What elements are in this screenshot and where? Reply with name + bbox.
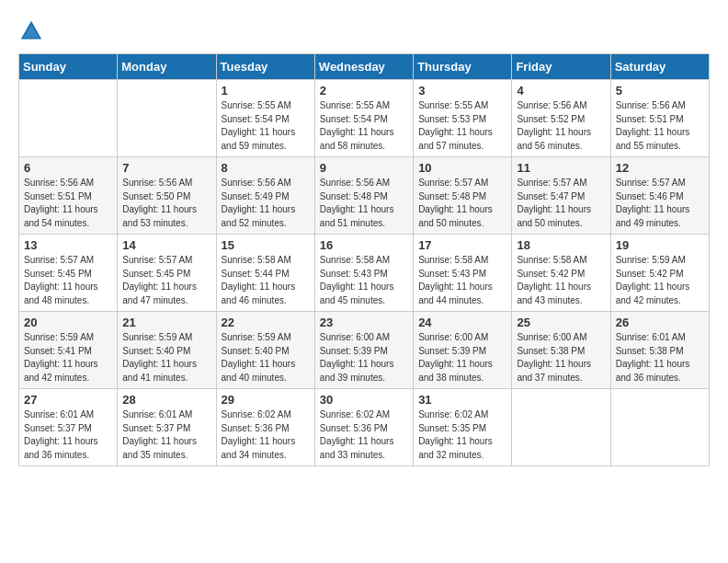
calendar-cell: 25Sunrise: 6:00 AM Sunset: 5:38 PM Dayli… (512, 312, 610, 389)
calendar-cell: 19Sunrise: 5:59 AM Sunset: 5:42 PM Dayli… (610, 235, 709, 312)
calendar-cell: 2Sunrise: 5:55 AM Sunset: 5:54 PM Daylig… (314, 80, 413, 157)
calendar-cell: 9Sunrise: 5:56 AM Sunset: 5:48 PM Daylig… (314, 157, 413, 235)
day-number: 2 (320, 84, 408, 98)
day-info: Sunrise: 5:57 AM Sunset: 5:45 PM Dayligh… (24, 254, 112, 307)
day-info: Sunrise: 5:59 AM Sunset: 5:40 PM Dayligh… (122, 331, 210, 385)
day-number: 5 (616, 84, 704, 98)
day-info: Sunrise: 6:00 AM Sunset: 5:39 PM Dayligh… (320, 331, 408, 385)
calendar-cell (610, 389, 709, 466)
day-number: 10 (418, 161, 506, 175)
calendar-cell (118, 80, 216, 157)
day-number: 28 (122, 393, 210, 407)
calendar-cell: 23Sunrise: 6:00 AM Sunset: 5:39 PM Dayli… (314, 312, 413, 389)
calendar-cell: 1Sunrise: 5:55 AM Sunset: 5:54 PM Daylig… (216, 80, 314, 157)
day-number: 26 (616, 316, 704, 329)
calendar-cell: 21Sunrise: 5:59 AM Sunset: 5:40 PM Dayli… (118, 312, 216, 389)
calendar-cell: 24Sunrise: 6:00 AM Sunset: 5:39 PM Dayli… (414, 312, 512, 389)
calendar-week-row: 27Sunrise: 6:01 AM Sunset: 5:37 PM Dayli… (19, 389, 710, 466)
day-info: Sunrise: 6:02 AM Sunset: 5:36 PM Dayligh… (320, 408, 408, 462)
calendar-cell: 3Sunrise: 5:55 AM Sunset: 5:53 PM Daylig… (414, 80, 512, 157)
calendar-cell: 26Sunrise: 6:01 AM Sunset: 5:38 PM Dayli… (610, 312, 709, 389)
calendar-cell: 10Sunrise: 5:57 AM Sunset: 5:48 PM Dayli… (414, 157, 512, 235)
weekday-header: Wednesday (314, 54, 413, 80)
day-number: 4 (517, 84, 605, 98)
day-info: Sunrise: 6:01 AM Sunset: 5:37 PM Dayligh… (24, 408, 112, 462)
logo (18, 18, 48, 44)
calendar-week-row: 6Sunrise: 5:56 AM Sunset: 5:51 PM Daylig… (19, 157, 710, 235)
day-info: Sunrise: 6:01 AM Sunset: 5:38 PM Dayligh… (616, 331, 704, 385)
calendar-cell: 11Sunrise: 5:57 AM Sunset: 5:47 PM Dayli… (512, 157, 610, 235)
calendar-cell: 4Sunrise: 5:56 AM Sunset: 5:52 PM Daylig… (512, 80, 610, 157)
day-info: Sunrise: 5:55 AM Sunset: 5:53 PM Dayligh… (418, 99, 506, 153)
day-info: Sunrise: 5:58 AM Sunset: 5:44 PM Dayligh… (222, 254, 310, 307)
day-info: Sunrise: 5:59 AM Sunset: 5:42 PM Dayligh… (616, 254, 704, 307)
day-number: 7 (122, 161, 210, 175)
day-number: 6 (24, 161, 112, 175)
calendar-cell: 30Sunrise: 6:02 AM Sunset: 5:36 PM Dayli… (314, 389, 413, 466)
day-number: 1 (222, 84, 310, 98)
day-info: Sunrise: 5:56 AM Sunset: 5:50 PM Dayligh… (122, 177, 210, 230)
day-number: 22 (222, 316, 310, 329)
calendar-week-row: 20Sunrise: 5:59 AM Sunset: 5:41 PM Dayli… (19, 312, 710, 389)
day-number: 13 (24, 238, 112, 252)
calendar-cell: 13Sunrise: 5:57 AM Sunset: 5:45 PM Dayli… (19, 235, 118, 312)
calendar-cell: 5Sunrise: 5:56 AM Sunset: 5:51 PM Daylig… (610, 80, 709, 157)
day-number: 15 (222, 238, 310, 252)
day-number: 29 (222, 393, 310, 407)
day-number: 11 (517, 161, 605, 175)
day-info: Sunrise: 5:59 AM Sunset: 5:41 PM Dayligh… (24, 331, 112, 385)
weekday-header: Tuesday (216, 54, 314, 80)
day-number: 31 (418, 393, 506, 407)
calendar-cell: 28Sunrise: 6:01 AM Sunset: 5:37 PM Dayli… (118, 389, 216, 466)
calendar-cell: 17Sunrise: 5:58 AM Sunset: 5:43 PM Dayli… (414, 235, 512, 312)
day-number: 3 (418, 84, 506, 98)
weekday-header-row: SundayMondayTuesdayWednesdayThursdayFrid… (19, 54, 710, 80)
day-number: 23 (320, 316, 408, 329)
day-info: Sunrise: 5:58 AM Sunset: 5:43 PM Dayligh… (418, 254, 506, 307)
weekday-header: Saturday (610, 54, 709, 80)
day-number: 19 (616, 238, 704, 252)
day-info: Sunrise: 5:57 AM Sunset: 5:47 PM Dayligh… (517, 177, 605, 230)
calendar-cell: 14Sunrise: 5:57 AM Sunset: 5:45 PM Dayli… (118, 235, 216, 312)
calendar-cell (19, 80, 118, 157)
weekday-header: Monday (118, 54, 216, 80)
day-info: Sunrise: 5:56 AM Sunset: 5:51 PM Dayligh… (616, 99, 704, 153)
calendar-cell: 7Sunrise: 5:56 AM Sunset: 5:50 PM Daylig… (118, 157, 216, 235)
calendar-cell: 8Sunrise: 5:56 AM Sunset: 5:49 PM Daylig… (216, 157, 314, 235)
day-number: 17 (418, 238, 506, 252)
day-info: Sunrise: 5:59 AM Sunset: 5:40 PM Dayligh… (222, 331, 310, 385)
day-number: 8 (222, 161, 310, 175)
day-info: Sunrise: 5:56 AM Sunset: 5:48 PM Dayligh… (320, 177, 408, 230)
weekday-header: Friday (512, 54, 610, 80)
day-info: Sunrise: 5:58 AM Sunset: 5:42 PM Dayligh… (517, 254, 605, 307)
day-info: Sunrise: 6:02 AM Sunset: 5:35 PM Dayligh… (418, 408, 506, 462)
day-number: 24 (418, 316, 506, 329)
calendar-cell: 31Sunrise: 6:02 AM Sunset: 5:35 PM Dayli… (414, 389, 512, 466)
day-number: 14 (122, 238, 210, 252)
calendar-table: SundayMondayTuesdayWednesdayThursdayFrid… (18, 53, 710, 466)
calendar-cell: 15Sunrise: 5:58 AM Sunset: 5:44 PM Dayli… (216, 235, 314, 312)
day-number: 9 (320, 161, 408, 175)
day-number: 21 (122, 316, 210, 329)
calendar-cell: 16Sunrise: 5:58 AM Sunset: 5:43 PM Dayli… (314, 235, 413, 312)
day-info: Sunrise: 6:02 AM Sunset: 5:36 PM Dayligh… (222, 408, 310, 462)
day-number: 27 (24, 393, 112, 407)
calendar-cell (512, 389, 610, 466)
day-number: 25 (517, 316, 605, 329)
day-info: Sunrise: 5:55 AM Sunset: 5:54 PM Dayligh… (320, 99, 408, 153)
day-number: 18 (517, 238, 605, 252)
logo-icon (18, 18, 44, 44)
calendar-week-row: 1Sunrise: 5:55 AM Sunset: 5:54 PM Daylig… (19, 80, 710, 157)
weekday-header: Sunday (19, 54, 118, 80)
calendar-cell: 27Sunrise: 6:01 AM Sunset: 5:37 PM Dayli… (19, 389, 118, 466)
day-info: Sunrise: 5:56 AM Sunset: 5:51 PM Dayligh… (24, 177, 112, 230)
day-info: Sunrise: 6:01 AM Sunset: 5:37 PM Dayligh… (122, 408, 210, 462)
calendar-cell: 22Sunrise: 5:59 AM Sunset: 5:40 PM Dayli… (216, 312, 314, 389)
day-info: Sunrise: 5:57 AM Sunset: 5:46 PM Dayligh… (616, 177, 704, 230)
day-info: Sunrise: 5:56 AM Sunset: 5:52 PM Dayligh… (517, 99, 605, 153)
day-info: Sunrise: 5:57 AM Sunset: 5:45 PM Dayligh… (122, 254, 210, 307)
calendar-cell: 6Sunrise: 5:56 AM Sunset: 5:51 PM Daylig… (19, 157, 118, 235)
calendar-cell: 20Sunrise: 5:59 AM Sunset: 5:41 PM Dayli… (19, 312, 118, 389)
calendar-cell: 29Sunrise: 6:02 AM Sunset: 5:36 PM Dayli… (216, 389, 314, 466)
day-info: Sunrise: 6:00 AM Sunset: 5:38 PM Dayligh… (517, 331, 605, 385)
